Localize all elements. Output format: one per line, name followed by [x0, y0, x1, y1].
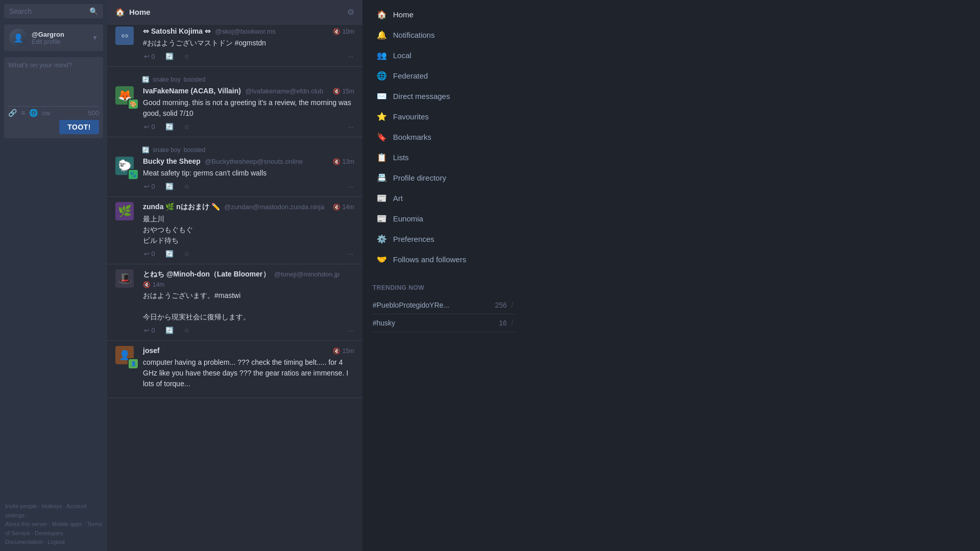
post-3-boost-icon: 🔄 [142, 146, 150, 154]
post-6-content: josef 🔇 15m computer having a problem...… [143, 346, 354, 392]
post-4-header: zunda 🌿 nはおまけ ✏️ @zundan@mastodon.zunda.… [143, 202, 354, 212]
post-1-author-name: ⇔ Satoshi Kojima ⇔ [143, 27, 211, 35]
nav-item-direct-messages[interactable]: ✉️ Direct messages [366, 86, 522, 106]
left-footer: Invite people · Hotkeys · Account settin… [0, 498, 107, 551]
post-1-more[interactable]: ··· [347, 52, 354, 61]
post-2-boost-icon: 🔄 [142, 76, 150, 83]
post-5-reply[interactable]: ↩ 0 [143, 325, 156, 335]
nav-item-local[interactable]: 👥 Local [366, 45, 522, 65]
footer-docs[interactable]: Documentation [5, 539, 43, 545]
post-2-time-label: 15m [342, 88, 354, 95]
local-icon: 👥 [377, 51, 387, 60]
post-5-boost[interactable]: 🔄 [164, 325, 175, 335]
post-2-reply[interactable]: ↩ 0 [143, 122, 156, 132]
post-1-avatar: ⇔ [115, 27, 138, 49]
nav-item-art[interactable]: 📰 Art [366, 188, 522, 208]
mail-icon: ✉️ [377, 91, 387, 101]
post-1-fav[interactable]: ☆ [183, 52, 191, 61]
toot-button[interactable]: TOOT! [59, 120, 99, 134]
main-feed: 🏠 Home ⚙ ⇔ ⇔ Satoshi Kojima ⇔ @skoj@book… [107, 0, 362, 551]
post-3-more[interactable]: ··· [347, 182, 354, 191]
search-input[interactable] [9, 7, 85, 15]
post-4-handle: @zundan@mastodon.zunda.ninja [224, 203, 324, 211]
post-5-time: 🔇 14m [143, 281, 164, 288]
nav-item-eunomia[interactable]: 📰 Eunomia [366, 209, 522, 229]
compose-area: 🔗 ≡ 🌐 cw 500 TOOT! [4, 57, 103, 138]
poll-icon[interactable]: ≡ [21, 109, 25, 117]
visibility-icon[interactable]: 🌐 [29, 109, 38, 117]
footer-about[interactable]: About this server [5, 521, 47, 527]
post-2-time: 🔇 15m [333, 88, 354, 95]
account-section[interactable]: 👤 @Gargron Edit profile ▼ [4, 24, 103, 51]
footer-mobile[interactable]: Mobile apps [52, 521, 82, 527]
post-4-more[interactable]: ··· [347, 249, 354, 259]
post-1-avatar-img: ⇔ [115, 27, 134, 45]
post-3: 🔄 snake boy boosted 🐑 🐾 Bucky the Sheep … [107, 137, 362, 197]
post-5-more[interactable]: ··· [347, 325, 354, 335]
trending-item-0[interactable]: #PuebloProtegidoYRe... 256 / [373, 296, 516, 314]
trending-section: TRENDING NOW #PuebloProtegidoYRe... 256 … [362, 278, 526, 338]
post-5-time-label: 14m [153, 281, 164, 288]
nav-bookmarks-label: Bookmarks [393, 133, 431, 141]
post-5-actions: ↩ 0 🔄 ☆ ··· [143, 325, 354, 335]
post-4-avatar: 🌿 [115, 202, 138, 224]
nav-art-label: Art [393, 194, 403, 203]
compose-input[interactable] [8, 61, 99, 102]
post-6-author-name: josef [143, 346, 160, 355]
post-2-header: IvaFakeName (ACAB, Villain) @lvafakename… [143, 86, 354, 95]
edit-profile-label[interactable]: Edit profile [32, 38, 64, 45]
post-2-boost[interactable]: 🔄 [164, 122, 175, 132]
nav-item-home[interactable]: 🏠 Home [366, 5, 522, 24]
post-5-author-name: とねち @Minoh-don（Late Bloomer） [143, 270, 270, 278]
attachment-icon[interactable]: 🔗 [8, 109, 17, 117]
nav-item-profile-directory[interactable]: 📇 Profile directory [366, 168, 522, 188]
follows-icon: 🤝 [377, 255, 387, 264]
footer-hotkeys[interactable]: Hotkeys [42, 503, 62, 509]
post-2-avatar-sub: 🎨 [128, 98, 138, 109]
post-3-reply[interactable]: ↩ 0 [143, 182, 156, 191]
cw-button[interactable]: cw [42, 109, 50, 117]
footer-logout[interactable]: Logout [47, 539, 65, 545]
post-1-boost[interactable]: 🔄 [164, 52, 175, 61]
footer-invite[interactable]: Invite people [5, 503, 37, 509]
post-4-mute-icon: 🔇 [333, 204, 340, 211]
trending-title: TRENDING NOW [373, 284, 516, 291]
nav-item-preferences[interactable]: ⚙️ Preferences [366, 229, 522, 249]
nav-item-notifications[interactable]: 🔔 Notifications [366, 25, 522, 45]
post-2-more[interactable]: ··· [347, 122, 354, 132]
avatar: 👤 [9, 29, 28, 47]
feed-settings-icon[interactable]: ⚙ [347, 7, 354, 17]
post-5-fav[interactable]: ☆ [183, 325, 191, 335]
nav-item-favourites[interactable]: ⭐ Favourites [366, 107, 522, 127]
post-2-mute-icon: 🔇 [333, 88, 340, 95]
post-4-time: 🔇 14m [333, 204, 354, 211]
nav-item-lists[interactable]: 📋 Lists [366, 147, 522, 167]
post-1-reply[interactable]: ↩ 0 [143, 52, 156, 61]
nav-item-bookmarks[interactable]: 🔖 Bookmarks [366, 127, 522, 147]
feed-title-label: Home [129, 8, 151, 16]
post-3-fav[interactable]: ☆ [183, 182, 191, 191]
nav-eunomia-label: Eunomia [393, 214, 423, 223]
post-2-fav[interactable]: ☆ [183, 122, 191, 132]
post-3-boost[interactable]: 🔄 [164, 182, 175, 191]
feed-scroll[interactable]: ⇔ ⇔ Satoshi Kojima ⇔ @skoj@bookwor.ms 🔇 … [107, 24, 362, 551]
post-4-fav[interactable]: ☆ [183, 249, 191, 259]
search-bar[interactable]: 🔍 [4, 4, 103, 18]
footer-devs[interactable]: Developers [35, 530, 63, 536]
nav-profile-dir-label: Profile directory [393, 173, 446, 182]
post-4-reply[interactable]: ↩ 0 [143, 249, 156, 259]
post-2-handle: @lvafakename@efdn.club [245, 87, 323, 95]
post-3-author: Bucky the Sheep @Buckythesheep@snouts.on… [143, 157, 303, 166]
nav-item-follows-followers[interactable]: 🤝 Follows and followers [366, 249, 522, 269]
trending-item-1[interactable]: #husky 16 / [373, 314, 516, 332]
post-2-booster: snake boy [153, 76, 181, 83]
post-6-avatar-sub: 👤 [128, 358, 138, 368]
art-icon: 📰 [377, 193, 387, 203]
home-icon: 🏠 [377, 10, 387, 19]
gear-icon: ⚙️ [377, 234, 387, 244]
post-2-actions: ↩ 0 🔄 ☆ ··· [143, 122, 354, 132]
nav-item-federated[interactable]: 🌐 Federated [366, 66, 522, 86]
post-1: ⇔ ⇔ Satoshi Kojima ⇔ @skoj@bookwor.ms 🔇 … [107, 24, 362, 67]
post-4-inner: 🌿 zunda 🌿 nはおまけ ✏️ @zundan@mastodon.zund… [115, 202, 354, 259]
post-4-boost[interactable]: 🔄 [164, 249, 175, 259]
